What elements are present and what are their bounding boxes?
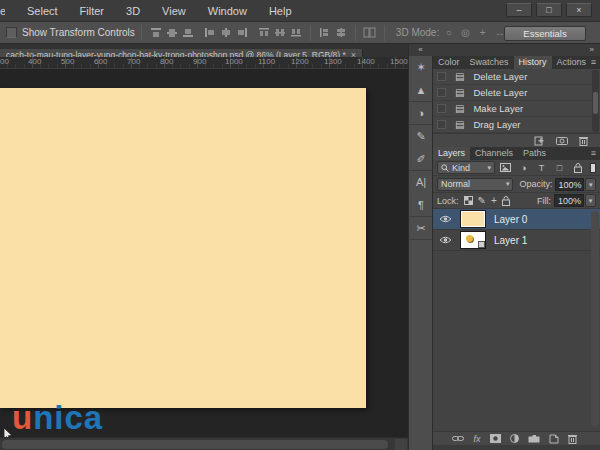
panel-dock-collapse-icon[interactable]: » <box>432 44 600 56</box>
tab-history[interactable]: History <box>514 56 552 69</box>
align-right-edges-icon[interactable] <box>234 26 250 40</box>
history-source-checkbox[interactable] <box>437 88 446 97</box>
layers-scrollbar[interactable] <box>591 211 599 427</box>
distribute-top-edges-icon[interactable] <box>256 26 272 40</box>
opacity-dropdown-icon[interactable]: ▾ <box>585 178 596 191</box>
new-layer-icon[interactable] <box>549 434 559 444</box>
menu-item-window[interactable]: Window <box>208 5 247 17</box>
canvas[interactable] <box>0 88 366 408</box>
filter-smart-objects-icon[interactable] <box>570 163 585 173</box>
minimize-button[interactable]: – <box>506 3 532 17</box>
3d-pan-icon[interactable]: + <box>475 26 490 40</box>
clone-source-panel-icon[interactable]: ✂ <box>409 217 433 240</box>
lock-image-pixels-icon[interactable]: ✎ <box>478 196 486 206</box>
delete-state-trash-icon[interactable] <box>579 136 588 146</box>
tab-swatches[interactable]: Swatches <box>465 56 514 69</box>
layer-thumbnail[interactable] <box>460 231 486 249</box>
menu-item-filter[interactable]: Filter <box>80 5 104 17</box>
tab-paths[interactable]: Paths <box>518 147 551 160</box>
menu-item-help[interactable]: Help <box>269 5 292 17</box>
styles-panel-icon[interactable]: ▲ <box>409 79 433 102</box>
history-scrollbar-thumb[interactable] <box>593 92 598 114</box>
3d-orbit-icon[interactable]: ○ <box>441 26 456 40</box>
opacity-value[interactable]: 100% <box>555 178 584 191</box>
visibility-eye-icon[interactable] <box>439 236 452 244</box>
history-scrollbar[interactable] <box>592 70 599 132</box>
align-top-edges-icon[interactable] <box>148 26 164 40</box>
link-layers-icon[interactable] <box>452 435 464 442</box>
show-transform-checkbox[interactable] <box>6 27 17 38</box>
history-row[interactable]: ▤ Delete Layer <box>433 69 600 85</box>
icon-dock-expand-icon[interactable]: « <box>408 44 432 56</box>
history-source-checkbox[interactable] <box>437 72 446 81</box>
layer-filter-toggle[interactable] <box>590 163 596 173</box>
scrollbar-corner <box>395 439 407 450</box>
distribute-vertical-centers-icon[interactable] <box>272 26 288 40</box>
layer-name[interactable]: Layer 0 <box>494 214 527 225</box>
workspace-button[interactable]: Essentials <box>504 26 586 41</box>
panel-menu-icon[interactable]: ≡ <box>591 147 596 160</box>
align-horizontal-centers-icon[interactable] <box>218 26 234 40</box>
tab-layers[interactable]: Layers <box>433 147 470 160</box>
history-row[interactable]: ▤ Drag Layer <box>433 117 600 133</box>
distribute-left-edges-icon[interactable] <box>317 26 333 40</box>
delete-layer-trash-icon[interactable] <box>568 434 577 444</box>
align-vertical-centers-icon[interactable] <box>164 26 180 40</box>
filter-kind-dropdown[interactable]: Kind ▾ <box>437 161 495 174</box>
show-transform-label: Show Transform Controls <box>22 27 135 38</box>
tab-color[interactable]: Color <box>433 56 465 69</box>
masks-panel-icon[interactable]: ◑ <box>409 102 433 125</box>
filter-type-layers-icon[interactable]: T <box>534 163 549 173</box>
menu-item-partial[interactable]: e <box>0 5 5 17</box>
align-left-edges-icon[interactable] <box>202 26 218 40</box>
lock-transparent-pixels-icon[interactable] <box>464 196 473 205</box>
ruler-label: 500 <box>61 57 74 66</box>
history-source-checkbox[interactable] <box>437 120 446 129</box>
maximize-button[interactable]: □ <box>536 3 562 17</box>
history-source-checkbox[interactable] <box>437 104 446 113</box>
filter-pixel-layers-icon[interactable] <box>498 163 513 172</box>
distribute-horizontal-centers-icon[interactable] <box>333 26 349 40</box>
lock-all-icon[interactable] <box>502 196 510 206</box>
layer-row-layer-1[interactable]: Layer 1 <box>433 230 600 251</box>
ruler-label: 1000 <box>225 57 243 66</box>
opacity-label: Opacity: <box>519 179 552 189</box>
fill-dropdown-icon[interactable]: ▾ <box>585 194 596 207</box>
horizontal-scrollbar-thumb[interactable] <box>2 440 388 449</box>
tab-channels[interactable]: Channels <box>470 147 518 160</box>
new-adjustment-layer-icon[interactable] <box>510 434 519 443</box>
3d-mode-label: 3D Mode: <box>396 27 439 38</box>
lock-position-icon[interactable]: + <box>491 196 497 206</box>
layer-row-layer-0[interactable]: Layer 0 <box>433 209 600 230</box>
panel-menu-icon[interactable]: ≡ <box>591 56 596 69</box>
fill-value[interactable]: 100% <box>554 194 584 207</box>
character-panel-icon[interactable]: A| <box>409 171 433 194</box>
distribute-bottom-edges-icon[interactable] <box>288 26 304 40</box>
3d-roll-icon[interactable]: ◎ <box>458 26 473 40</box>
close-button[interactable]: × <box>566 3 592 17</box>
brush-panel-icon[interactable]: ✎ <box>409 125 433 148</box>
visibility-eye-icon[interactable] <box>439 215 452 223</box>
add-layer-mask-icon[interactable] <box>490 434 501 443</box>
new-group-folder-icon[interactable] <box>528 434 540 443</box>
paragraph-panel-icon[interactable]: ¶ <box>409 194 433 217</box>
menu-item-view[interactable]: View <box>162 5 186 17</box>
history-row[interactable]: ▤ Delete Layer <box>433 85 600 101</box>
history-row[interactable]: ▤ Make Layer <box>433 101 600 117</box>
new-document-from-state-icon[interactable] <box>534 135 545 146</box>
auto-align-layers-icon[interactable] <box>362 26 378 40</box>
layer-styles-fx-icon[interactable]: fx <box>473 434 480 444</box>
filter-adjustment-layers-icon[interactable]: ◑ <box>516 163 531 173</box>
layer-name[interactable]: Layer 1 <box>494 235 527 246</box>
blend-mode-dropdown[interactable]: Normal ▾ <box>437 178 513 191</box>
tab-actions[interactable]: Actions <box>552 56 592 69</box>
new-snapshot-icon[interactable] <box>556 136 568 145</box>
brush-presets-panel-icon[interactable]: ✐ <box>409 148 433 171</box>
filter-shape-layers-icon[interactable]: □ <box>552 163 567 173</box>
horizontal-scrollbar[interactable] <box>0 437 408 450</box>
menu-item-3d[interactable]: 3D <box>126 5 140 17</box>
align-bottom-edges-icon[interactable] <box>180 26 196 40</box>
menu-item-select[interactable]: Select <box>27 5 58 17</box>
adjustments-panel-icon[interactable]: ✶ <box>409 56 433 79</box>
layer-thumbnail[interactable] <box>460 210 486 228</box>
